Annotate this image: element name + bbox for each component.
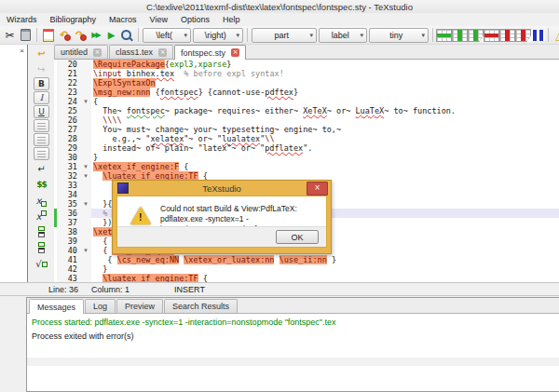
fold-arrow-icon[interactable]: ▾: [80, 171, 91, 181]
align-left-icon[interactable]: [34, 119, 49, 132]
add-row-icon[interactable]: [436, 29, 452, 42]
code-text: instead~ of~ plain~ "latex"~ or~ "pdflat…: [91, 143, 559, 153]
fold-arrow-icon[interactable]: ▾: [80, 97, 91, 106]
chevron-down-icon: ▾: [360, 32, 363, 39]
tab-fontspec-sty[interactable]: fontspec.sty×: [174, 45, 246, 60]
bottom-tab-search-results[interactable]: Search Results: [164, 299, 238, 313]
align-right-icon[interactable]: [34, 147, 49, 160]
code-line-31[interactable]: 31▾\xetex_if_engine:F {: [54, 162, 559, 171]
inline-math-icon[interactable]: $$: [33, 177, 50, 192]
code-line-28[interactable]: 28 e.g.,~ "xelatex"~ or~ "lualatex"\\: [54, 134, 559, 143]
fold-arrow-icon[interactable]: ▾: [80, 162, 91, 171]
right-delimiter-select[interactable]: \right)▾: [193, 28, 243, 43]
code-line-25[interactable]: 25 The~ fontspec~ package~ requires~ eit…: [54, 106, 559, 115]
dialog-titlebar[interactable]: TeXstudio ×: [113, 181, 331, 196]
sectioning-select[interactable]: part▾: [252, 28, 317, 43]
compile-icon[interactable]: ▶: [103, 28, 119, 43]
remove-column-icon[interactable]: [499, 29, 515, 42]
chevron-down-icon: ▾: [309, 32, 313, 39]
sqrt-icon[interactable]: √: [33, 256, 50, 271]
frac-icon[interactable]: [33, 224, 50, 239]
left-delimiter-select[interactable]: \left(▾: [143, 28, 191, 43]
cut-column-icon[interactable]: [515, 29, 531, 42]
code-text: \RequirePackage{expl3,xparse}: [91, 60, 559, 69]
superscript-icon[interactable]: x: [33, 209, 50, 223]
code-line-23[interactable]: 23\msg_new:nnn {fontspec} {cannot-use-pd…: [54, 88, 559, 97]
italic-icon[interactable]: I: [34, 91, 49, 104]
bold-icon[interactable]: B: [34, 77, 49, 90]
redo-icon[interactable]: ↷: [72, 28, 88, 43]
menu-item-view[interactable]: View: [143, 14, 174, 25]
fold-arrow-icon[interactable]: ▾: [80, 199, 91, 209]
chevron-down-icon: ▾: [421, 32, 425, 39]
main-toolbar: ✂↶↷▶▶▶\left(▾\right)▾part▾label▾tiny▾△△: [0, 26, 559, 45]
code-line-26[interactable]: 26 \\\\: [54, 115, 559, 125]
code-line-27[interactable]: 27 You~ must~ change~ your~ typesetting~…: [54, 125, 559, 134]
menu-item-bibliography[interactable]: Bibliography: [44, 14, 103, 25]
subscript-icon[interactable]: x: [33, 193, 50, 208]
tab-close-icon[interactable]: ×: [231, 48, 239, 57]
tab-close-icon[interactable]: ×: [93, 48, 102, 57]
fold-gutter: [80, 115, 91, 125]
build-and-view-icon[interactable]: ▶▶: [88, 28, 103, 43]
undo-icon[interactable]: ↶: [56, 28, 72, 43]
underline-icon[interactable]: U: [34, 105, 49, 118]
log-file-icon[interactable]: [40, 28, 56, 43]
fold-gutter: [80, 237, 91, 246]
bottom-tab-log[interactable]: Log: [85, 299, 116, 313]
fold-arrow-icon[interactable]: ▾: [80, 246, 91, 255]
tab-class1-tex[interactable]: class1.tex×: [109, 45, 173, 59]
code-line-30[interactable]: 30}: [54, 153, 559, 162]
line-number: 20: [57, 60, 80, 69]
triangle-icon-a[interactable]: △: [552, 28, 559, 43]
forward-icon[interactable]: ↪: [33, 61, 50, 76]
line-number: 26: [57, 115, 80, 125]
align-columns-icon[interactable]: [531, 30, 545, 41]
tab-label: fontspec.sty: [181, 48, 225, 58]
paste-column-icon[interactable]: [468, 29, 484, 42]
code-line-43[interactable]: 43 \luatex_if_engine:TF {: [54, 274, 559, 282]
paste-icon[interactable]: [18, 28, 34, 43]
dfrac-icon[interactable]: [33, 240, 50, 255]
menu-item-help[interactable]: Help: [216, 14, 247, 25]
toolbar-separator: [432, 28, 433, 42]
code-line-22[interactable]: 22\ExplSyntaxOn: [54, 78, 559, 88]
dialog-close-icon[interactable]: ×: [307, 182, 328, 196]
messages-panel: MessagesLogPreviewSearch Results Process…: [26, 297, 559, 392]
dialog-footer: OK: [117, 226, 326, 247]
fontsize-select[interactable]: tiny▾: [369, 28, 429, 43]
linebreak-icon[interactable]: ↵: [33, 161, 50, 176]
bottom-tab-messages[interactable]: Messages: [29, 299, 84, 314]
code-line-20[interactable]: 20\RequirePackage{expl3,xparse}: [54, 60, 559, 69]
code-line-21[interactable]: 21\input binhex.tex % before expl syntax…: [54, 69, 559, 78]
tab-untitled[interactable]: untitled×: [54, 45, 108, 59]
line-number: 42: [57, 264, 80, 274]
menu-item-macros[interactable]: Macros: [102, 14, 143, 25]
window-titlebar[interactable]: C:\texlive\2011\texmf-dist\tex\latex\fon…: [0, 0, 559, 13]
fold-gutter: [80, 153, 91, 162]
view-icon[interactable]: [119, 28, 135, 43]
code-line-29[interactable]: 29 instead~ of~ plain~ "latex"~ or~ "pdf…: [54, 143, 559, 153]
ok-button[interactable]: OK: [276, 230, 319, 244]
menu-item-options[interactable]: Options: [174, 14, 216, 25]
fold-gutter: [80, 255, 91, 264]
code-line-42[interactable]: 42 }: [54, 264, 559, 274]
tab-close-icon[interactable]: ×: [158, 48, 167, 57]
fold-gutter: [80, 227, 91, 237]
bottom-tab-preview[interactable]: Preview: [116, 299, 163, 313]
add-column-icon[interactable]: [452, 29, 468, 42]
code-line-24[interactable]: 24▾{: [54, 97, 559, 106]
cut-icon[interactable]: ✂: [2, 28, 18, 43]
close-sidepanel-icon[interactable]: ×: [20, 47, 24, 55]
code-text: e.g.,~ "xelatex"~ or~ "lualatex"\\: [91, 134, 559, 143]
back-icon[interactable]: ↩: [33, 46, 50, 61]
label-select[interactable]: label▾: [319, 28, 367, 43]
code-line-41[interactable]: 41 { \cs_new_eq:NN \xetex_or_luatex:nn \…: [54, 255, 559, 264]
menu-item-wizards[interactable]: Wizards: [0, 14, 44, 25]
align-center-icon[interactable]: [34, 133, 49, 146]
remove-row-icon[interactable]: [484, 29, 499, 42]
fold-gutter: [80, 60, 91, 69]
sectioning-select-value: part: [255, 31, 307, 40]
line-number: 32: [57, 171, 80, 181]
toolbar-separator: [247, 28, 248, 42]
